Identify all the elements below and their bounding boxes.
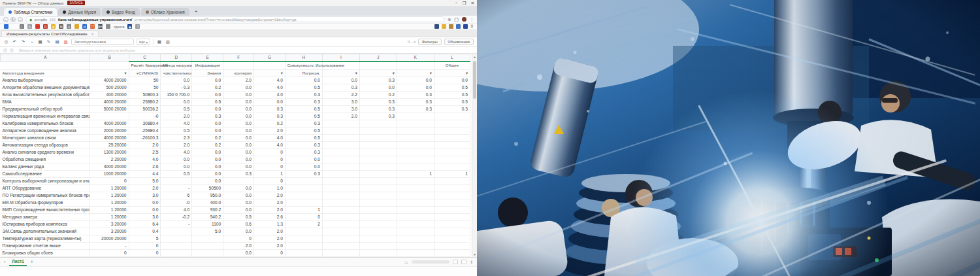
cell[interactable]: 0.3 [285, 91, 322, 98]
filters-button[interactable]: Фильтры [418, 39, 442, 45]
subheader-cell[interactable]: ▾ [322, 69, 359, 77]
cell[interactable] [285, 235, 322, 242]
column-header-I[interactable]: I [322, 54, 359, 62]
print-icon[interactable]: ⎙ [3, 39, 9, 45]
name-box-input[interactable]: Автоподстановка [71, 39, 134, 45]
cell[interactable] [434, 213, 470, 220]
subheader-cell[interactable]: ▾ [434, 69, 470, 77]
cell[interactable]: 0.5 [161, 105, 192, 112]
cell[interactable] [322, 256, 359, 257]
cell[interactable] [192, 242, 223, 249]
zoom-in-button[interactable] [461, 260, 466, 264]
cell[interactable]: 3.0 [129, 192, 161, 199]
cell[interactable]: 400.0 [192, 199, 223, 206]
cell[interactable]: 4.0 [161, 148, 192, 156]
cell[interactable] [434, 134, 470, 141]
bookmark-favicon-3[interactable]: ✎ [27, 24, 32, 29]
bookmark-favicon-16[interactable]: ? [135, 24, 140, 29]
cell[interactable]: 0.3 [285, 120, 322, 127]
cell[interactable]: 0 [90, 177, 129, 184]
column-header-D[interactable]: D [161, 54, 192, 62]
cell[interactable]: 2.0 [253, 192, 285, 199]
cell[interactable] [397, 220, 434, 228]
cell[interactable] [397, 249, 434, 256]
grid-view-button[interactable]: ▦ [156, 39, 162, 45]
cell[interactable]: 2.0 [253, 235, 285, 242]
bookmark-favicon-15[interactable]: ▣ [127, 24, 132, 29]
row-label[interactable]: Нормализация временных интервалов связи [1, 112, 90, 120]
back-button[interactable]: ← [3, 17, 8, 22]
cell[interactable] [397, 127, 434, 134]
cell[interactable]: 0.0 [285, 163, 322, 170]
cell[interactable]: 0.0 [161, 98, 192, 105]
cell[interactable]: 1 [434, 170, 470, 177]
cell[interactable]: 0.2 [192, 134, 223, 141]
column-header-H[interactable]: H [285, 54, 322, 62]
cell[interactable]: 0.0 [129, 199, 161, 206]
row-label[interactable]: Предварительный отбор проб [1, 105, 90, 112]
bookmark-favicon-11[interactable]: ГТ [90, 24, 95, 29]
cell[interactable]: 0.3 [397, 105, 434, 112]
cell[interactable]: 4000 20000 [90, 120, 129, 127]
cell[interactable]: 4.0 [253, 77, 285, 84]
cell[interactable] [285, 228, 322, 235]
cell[interactable]: 0.2 [359, 91, 397, 98]
cell[interactable]: 0.0 [192, 77, 223, 84]
cell[interactable] [434, 228, 470, 235]
cell[interactable]: 0.0 [129, 206, 161, 213]
cell[interactable]: 1 [253, 170, 285, 177]
cell[interactable]: 0.5 [223, 213, 254, 220]
cell[interactable] [161, 228, 192, 235]
cell[interactable]: 0 [129, 242, 161, 249]
cell[interactable]: 0.2 [192, 84, 223, 91]
vertical-scrollbar[interactable]: ▲ ▼ [472, 54, 477, 257]
cell[interactable] [285, 256, 322, 257]
scrollbar-thumb[interactable] [473, 61, 476, 99]
home-button[interactable]: ⌂ [18, 17, 23, 22]
cell[interactable] [161, 235, 192, 242]
cell[interactable]: 0.2 [192, 141, 223, 148]
cell[interactable]: 2.0 [253, 242, 285, 249]
sheet-tab-list1[interactable]: Лист1 [9, 258, 26, 266]
bookmark-favicon-4[interactable] [35, 24, 40, 29]
add-sheet-button[interactable]: + [31, 260, 33, 264]
extension-icon-0[interactable] [434, 24, 439, 29]
spreadsheet-grid[interactable]: ABCDEFGHIJKLРасчёт базируемыйМетод нагру… [0, 54, 477, 257]
subheader-cell[interactable]: ▾ [90, 69, 129, 77]
cell[interactable] [434, 141, 470, 148]
scroll-up-icon[interactable]: ▲ [472, 54, 477, 60]
row-label[interactable]: Температурная карта (термоэлементы) [1, 235, 90, 242]
cell[interactable] [397, 213, 434, 220]
column-header-G[interactable]: G [253, 54, 285, 62]
row-label[interactable]: Аппаратное сопровождение анализа [1, 127, 90, 134]
cell[interactable]: 0.0 [223, 163, 254, 170]
redo-icon[interactable]: ↷ [20, 39, 26, 45]
resize-handle-icon[interactable]: ⇕ [470, 260, 473, 264]
cell[interactable] [359, 170, 397, 177]
menu-icon[interactable]: ⋮ [470, 17, 474, 22]
avatar[interactable] [462, 17, 466, 22]
cell[interactable]: 2 20000 [90, 156, 129, 163]
cell[interactable] [322, 134, 359, 141]
extension-icon-2[interactable] [449, 24, 453, 29]
cell[interactable] [285, 192, 322, 199]
row-label[interactable]: Анализ выборочных [1, 77, 90, 84]
cell[interactable]: 25 20000 [90, 141, 129, 148]
cell[interactable]: 1.0 [253, 184, 285, 192]
cell[interactable] [359, 127, 397, 134]
cell[interactable]: 1 20000 [90, 206, 129, 213]
cell[interactable]: 0.0 [223, 184, 254, 192]
cell[interactable]: 1100 [192, 220, 223, 228]
cell[interactable] [129, 256, 161, 257]
column-header-L[interactable]: L [434, 54, 470, 62]
cell[interactable] [192, 249, 223, 256]
subheader-cell[interactable]: критерии [223, 69, 254, 77]
subheader-cell[interactable]: чувствительность [161, 69, 192, 77]
row-label[interactable]: Автоматизация стенда образцов [1, 141, 90, 148]
cell[interactable] [322, 206, 359, 213]
row-label[interactable]: Мониторинг каналов связи [1, 134, 90, 141]
zoom-out-button[interactable] [453, 260, 458, 264]
cell[interactable] [397, 163, 434, 170]
column-header-A[interactable]: A [1, 54, 90, 62]
cell[interactable] [434, 184, 470, 192]
